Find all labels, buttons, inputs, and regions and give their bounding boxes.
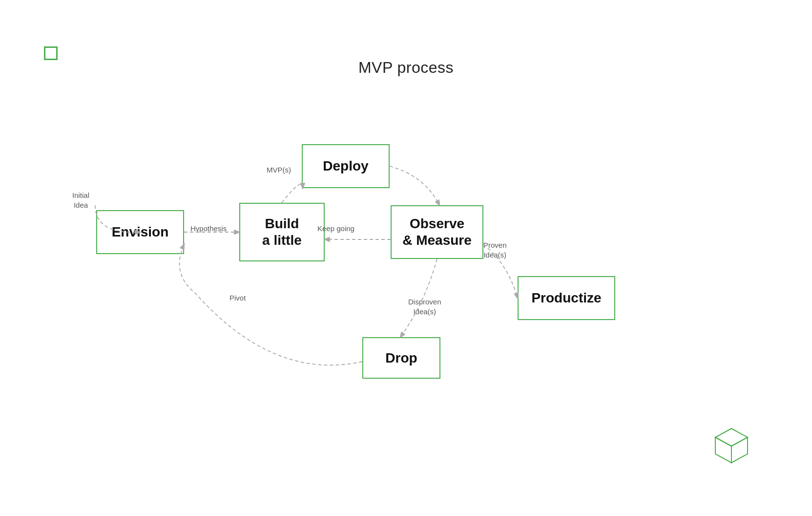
label-initial-idea: InitialIdea bbox=[72, 191, 89, 210]
cube-icon bbox=[709, 424, 753, 470]
node-deploy: Deploy bbox=[302, 144, 390, 188]
label-mvps: MVP(s) bbox=[267, 165, 291, 175]
svg-marker-0 bbox=[715, 429, 748, 446]
svg-marker-2 bbox=[731, 437, 748, 463]
label-hypothesis: Hypothesis bbox=[190, 224, 227, 234]
node-drop: Drop bbox=[362, 337, 440, 379]
node-observe: Observe& Measure bbox=[391, 205, 483, 259]
node-productize: Productize bbox=[518, 276, 615, 320]
node-envision: Envision bbox=[96, 210, 184, 254]
logo-icon bbox=[44, 46, 58, 60]
svg-marker-1 bbox=[715, 437, 731, 463]
node-build: Builda little bbox=[239, 203, 325, 261]
label-keep-going: Keep going bbox=[317, 224, 354, 234]
label-proven-ideas: ProvenIdea(s) bbox=[483, 240, 507, 259]
label-disproven-ideas: DisprovenIdea(s) bbox=[408, 297, 441, 316]
page-title: MVP process bbox=[358, 59, 454, 77]
label-pivot: Pivot bbox=[229, 293, 246, 303]
